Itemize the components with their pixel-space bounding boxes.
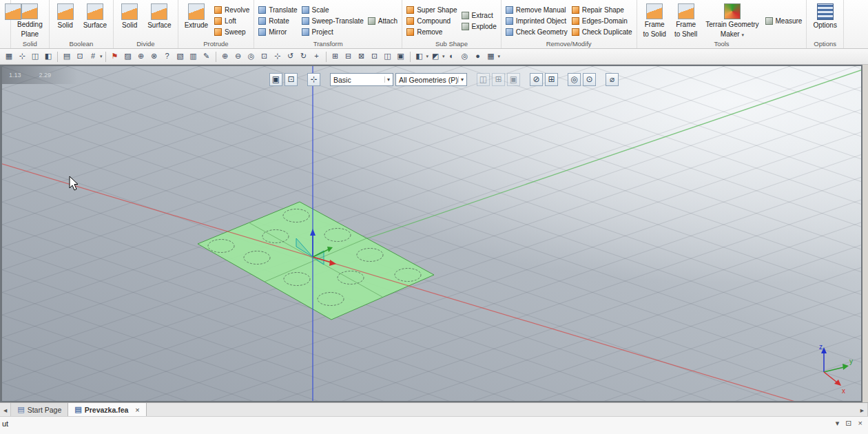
view-cube-icon[interactable]: ◧ — [413, 50, 426, 63]
frame-filter-icon[interactable]: ▥ — [187, 50, 200, 63]
tab-scroll-right-icon[interactable]: ▸ — [857, 403, 868, 416]
workplane-yz-icon[interactable]: ◧ — [42, 50, 54, 63]
boolean-surface-button[interactable]: Surface — [81, 2, 109, 39]
panel-menu-icon[interactable]: ▾ — [836, 419, 840, 428]
tab-document[interactable]: ▤ Prevazka.fea × — [68, 403, 146, 416]
orbit-cw-icon[interactable]: ↻ — [298, 50, 310, 63]
extract-label: Extract — [472, 12, 493, 19]
display-faces-icon[interactable]: ● — [472, 50, 484, 63]
pan-icon[interactable]: ⊹ — [271, 50, 284, 63]
extrude-button[interactable]: Extrude — [183, 2, 210, 39]
attach-button[interactable]: Attach — [368, 16, 397, 25]
display-edges-icon[interactable]: ◎ — [459, 50, 471, 63]
repair-shape-button[interactable]: Repair Shape — [572, 5, 632, 14]
filter-vertex-icon[interactable]: ◫ — [477, 73, 490, 86]
measure-button[interactable]: Measure — [765, 16, 803, 25]
rotate-button[interactable]: Rotate — [258, 16, 297, 25]
tab-scroll-left-icon[interactable]: ◂ — [0, 403, 11, 416]
viewport-split-v-icon[interactable]: ⊠ — [355, 50, 368, 63]
explode-button[interactable]: Explode — [462, 21, 497, 31]
ucs-icon[interactable]: ⊡ — [74, 50, 86, 63]
chevron-down-icon[interactable]: ▾ — [498, 54, 501, 59]
sweep-button[interactable]: Sweep — [214, 27, 249, 37]
snap-node-icon[interactable]: ⊕ — [135, 50, 147, 63]
chevron-down-icon[interactable]: ▾ — [100, 54, 103, 59]
selection-mode-select[interactable]: Basic ▾ — [330, 73, 393, 86]
bedding-plane-button[interactable]: Bedding Plane — [15, 2, 45, 39]
project-button[interactable]: Project — [302, 27, 364, 37]
check-duplicate-button[interactable]: Check Duplicate — [572, 27, 632, 37]
grid-settings-icon[interactable]: # — [87, 50, 99, 63]
zoom-fit-icon[interactable]: ◎ — [245, 50, 258, 63]
sweep-translate-button[interactable]: Sweep-Translate — [302, 16, 364, 25]
viewport-quad-icon[interactable]: ⊡ — [369, 50, 381, 63]
wcs-icon[interactable]: ▤ — [61, 50, 73, 63]
zoom-in-icon[interactable]: ⊕ — [219, 50, 231, 63]
extract-button[interactable]: Extract — [462, 10, 497, 20]
compound-button[interactable]: Compound — [406, 16, 457, 25]
pin-icon[interactable]: ⊡ — [845, 419, 851, 428]
select-window-icon[interactable]: ▣ — [269, 73, 282, 86]
options-button[interactable]: Options — [811, 2, 838, 39]
chevron-down-icon[interactable]: ▾ — [442, 54, 445, 59]
scale-button[interactable]: Scale — [302, 5, 364, 14]
check-geometry-button[interactable]: Check Geometry — [506, 27, 568, 37]
zoom-window-icon[interactable]: ⊡ — [258, 50, 271, 63]
sweep-translate-icon — [302, 17, 309, 25]
divide-solid-button[interactable]: Solid — [118, 2, 141, 39]
mirror-button[interactable]: Mirror — [258, 27, 297, 37]
snap-origin-icon[interactable]: ⊹ — [307, 73, 320, 86]
workplane-xz-icon[interactable]: ◫ — [29, 50, 41, 63]
viewport-full-icon[interactable]: ▣ — [395, 50, 407, 63]
snap-grid-icon[interactable]: ⊹ — [16, 50, 28, 63]
zoom-out-icon[interactable]: ⊖ — [232, 50, 245, 63]
terrain-geometry-maker-button[interactable]: Terrain Geometry Maker ▾ — [703, 2, 761, 39]
edges-domain-button[interactable]: Edges-Domain — [572, 16, 632, 25]
display-nodes-icon[interactable]: ◐ — [446, 50, 458, 63]
sketch-line-icon[interactable]: ✎ — [200, 50, 213, 63]
select-none-icon[interactable]: ⊙ — [583, 73, 596, 86]
select-pick-icon[interactable]: ⊡ — [285, 73, 298, 86]
orbit-ccw-icon[interactable]: ↺ — [285, 50, 297, 63]
ruler-value-2: 2.29 — [39, 72, 52, 84]
scene-canvas[interactable]: z y x — [2, 66, 861, 401]
remove-button[interactable]: Remove — [406, 27, 457, 37]
filter-edge-icon[interactable]: ⊞ — [492, 73, 505, 86]
viewport-custom-icon[interactable]: ◫ — [382, 50, 394, 63]
ribbon-group-divide: Solid Surface Divide — [114, 0, 178, 48]
frame-to-shell-button[interactable]: Frame to Shell — [672, 2, 699, 39]
deselect-all-icon[interactable]: ⊘ — [530, 73, 543, 86]
filter-face-icon[interactable]: ▣ — [507, 73, 520, 86]
boolean-solid-button[interactable]: Solid — [54, 2, 77, 39]
viewport-single-icon[interactable]: ⊞ — [329, 50, 342, 63]
mirror-label: Mirror — [269, 28, 287, 36]
remove-manual-button[interactable]: Remove Manual — [506, 5, 568, 14]
select-previous-icon[interactable]: ⊞ — [545, 73, 558, 86]
snap-edge-icon[interactable]: ⊗ — [148, 50, 161, 63]
chevron-down-icon[interactable]: ▾ — [426, 54, 429, 59]
workplane-flag-icon[interactable]: ⚑ — [109, 50, 121, 63]
sweep-translate-label: Sweep-Translate — [312, 17, 364, 25]
frame-to-solid-button[interactable]: Frame to Solid — [641, 2, 668, 39]
loft-button[interactable]: Loft — [214, 16, 249, 25]
model-viewport[interactable]: z y x 1.13 2.29 ▣ ⊡ ⊹ Basic ▾ All Geomet… — [0, 65, 862, 402]
material-view-icon[interactable]: ▨ — [122, 50, 134, 63]
imprinted-object-button[interactable]: Imprinted Object — [506, 16, 568, 25]
panel-close-icon[interactable]: × — [858, 419, 862, 428]
snap-help-icon[interactable]: ? — [161, 50, 174, 63]
divide-surface-button[interactable]: Surface — [145, 2, 173, 39]
tab-start-page[interactable]: ▤ Start Page — [11, 403, 68, 416]
display-options-icon[interactable]: ▦ — [485, 50, 497, 63]
grid-toggle-icon[interactable]: ▦ — [3, 50, 15, 63]
translate-button[interactable]: Translate — [258, 5, 297, 14]
tab-close-icon[interactable]: × — [135, 406, 139, 414]
frame-select-icon[interactable]: ▧ — [174, 50, 187, 63]
pick-filter-icon[interactable]: ⌀ — [606, 73, 619, 86]
geometry-filter-select[interactable]: All Geometries (P) ▾ — [395, 73, 467, 86]
revolve-button[interactable]: Revolve — [214, 5, 249, 14]
render-mode-icon[interactable]: ◩ — [429, 50, 442, 63]
zoom-extents-icon[interactable]: + — [311, 50, 323, 63]
select-all-icon[interactable]: ◎ — [568, 73, 581, 86]
super-shape-button[interactable]: Super Shape — [406, 5, 457, 14]
viewport-split-h-icon[interactable]: ⊟ — [342, 50, 355, 63]
